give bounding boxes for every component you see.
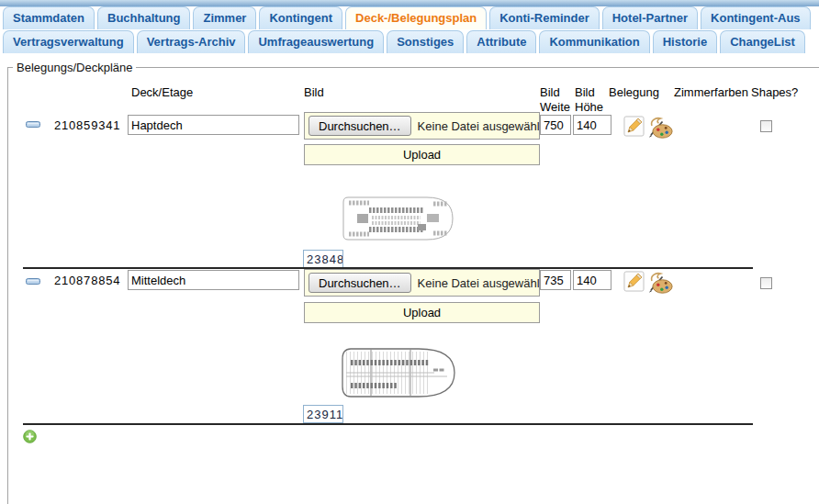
tab-kommunikation[interactable]: Kommunikation [539, 30, 649, 53]
zimmerfarben-button[interactable] [648, 116, 673, 139]
tab-buchhaltung[interactable]: Buchhaltung [97, 6, 190, 29]
bild-weite-line1: Bild [540, 85, 570, 100]
tab-row-1: Stammdaten Buchhaltung Zimmer Kontingent… [3, 6, 811, 29]
row-divider [23, 423, 753, 425]
deck-name-input[interactable] [128, 115, 299, 135]
bild-hoehe-line1: Bild [575, 85, 603, 100]
browse-button[interactable]: Durchsuchen… [309, 116, 411, 136]
no-file-label: Keine Datei ausgewählt. [418, 276, 539, 290]
plan-number-input[interactable] [303, 250, 343, 268]
plus-circle-icon [23, 432, 37, 446]
browse-button[interactable]: Durchsuchen… [309, 273, 411, 293]
tab-stammdaten[interactable]: Stammdaten [3, 6, 95, 29]
file-input[interactable]: Durchsuchen… Keine Datei ausgewählt. [304, 112, 540, 140]
tab-row-2: Vertragsverwaltung Vertrags-Archiv Umfra… [3, 30, 805, 53]
palette-icon [648, 128, 673, 141]
deck-id: 210859341 [54, 118, 120, 132]
bild-hoehe-input[interactable] [573, 115, 611, 135]
belegung-edit-button[interactable] [623, 271, 645, 292]
tab-kontingent-aus[interactable]: Kontingent-Aus [701, 6, 810, 29]
shapes-checkbox[interactable] [760, 277, 772, 289]
belegung-edit-button[interactable] [623, 116, 645, 137]
deck-id: 210878854 [54, 274, 120, 287]
deck-name-input[interactable] [128, 270, 299, 290]
shapes-checkbox[interactable] [760, 120, 772, 132]
tab-konti-reminder[interactable]: Konti-Reminder [489, 6, 600, 29]
panel-legend: Belegungs/Deckpläne [13, 61, 136, 74]
column-header-bild-hoehe: Bild Höhe [575, 85, 603, 115]
tab-vertragsverwaltung[interactable]: Vertragsverwaltung [3, 30, 134, 53]
palette-icon [648, 283, 673, 297]
tab-umfrageauswertung[interactable]: Umfrageauswertung [248, 30, 384, 53]
bild-weite-input[interactable] [540, 115, 571, 135]
bild-hoehe-line2: Höhe [575, 100, 603, 115]
tab-historie[interactable]: Historie [653, 30, 717, 53]
column-header-bild: Bild [304, 85, 324, 100]
upload-button[interactable]: Upload [304, 144, 540, 165]
file-input[interactable]: Durchsuchen… Keine Datei ausgewählt. [304, 269, 540, 297]
top-accent-strip [0, 0, 819, 6]
column-header-shapes: Shapes? [751, 85, 798, 100]
remove-row-button[interactable] [26, 121, 40, 128]
tab-deck-belegungsplan[interactable]: Deck-/Belegungsplan [345, 6, 487, 29]
remove-row-button[interactable] [26, 278, 40, 285]
pencil-icon [623, 281, 645, 295]
deck-belegungsplan-page: Stammdaten Buchhaltung Zimmer Kontingent… [0, 0, 819, 504]
tab-changelist[interactable]: ChangeList [720, 30, 805, 53]
minus-icon [26, 117, 40, 130]
no-file-label: Keine Datei ausgewählt. [418, 119, 539, 133]
bild-hoehe-input[interactable] [573, 270, 611, 290]
tab-hotel-partner[interactable]: Hotel-Partner [602, 6, 698, 29]
tab-vertrags-archiv[interactable]: Vertrags-Archiv [137, 30, 246, 53]
bild-weite-line2: Weite [540, 100, 570, 115]
tab-zimmer[interactable]: Zimmer [193, 6, 256, 29]
tab-attribute[interactable]: Attribute [466, 30, 536, 53]
bild-weite-input[interactable] [540, 270, 571, 290]
column-header-bild-weite: Bild Weite [540, 85, 570, 115]
pencil-icon [623, 126, 645, 140]
tab-kontingent[interactable]: Kontingent [259, 6, 342, 29]
minus-icon [26, 274, 40, 287]
deck-plan-image [342, 196, 454, 241]
tab-sonstiges[interactable]: Sonstiges [387, 30, 464, 53]
zimmerfarben-button[interactable] [648, 271, 673, 294]
add-row-button[interactable] [23, 430, 37, 443]
deck-plan-image [339, 347, 457, 398]
upload-button[interactable]: Upload [304, 302, 540, 323]
column-header-deck-etage: Deck/Etage [131, 85, 193, 100]
column-header-belegung: Belegung [609, 85, 659, 100]
plan-number-input[interactable] [303, 405, 343, 423]
column-header-zimmerfarben: Zimmerfarben [674, 85, 748, 100]
